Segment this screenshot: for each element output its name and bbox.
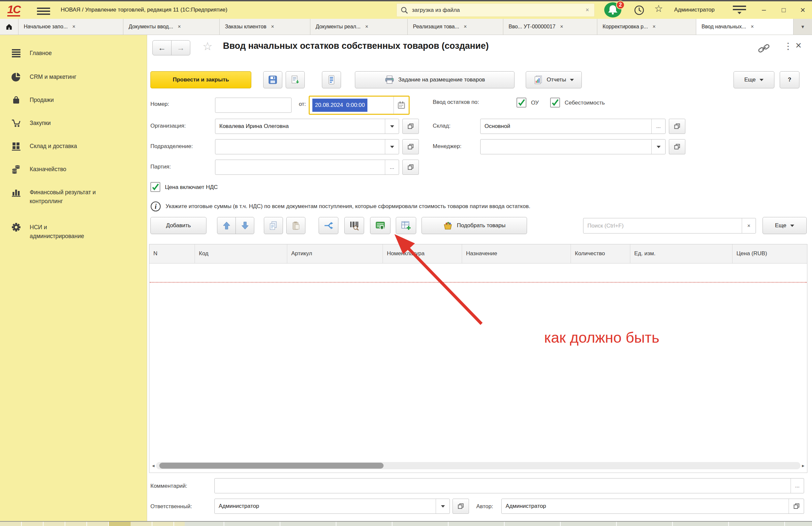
calendar-button[interactable] <box>393 97 409 114</box>
organization-open-button[interactable] <box>402 119 419 134</box>
column-header-n[interactable]: N <box>149 244 195 263</box>
minimize-button[interactable]: – <box>757 3 771 16</box>
checkbox-ou[interactable] <box>517 98 526 107</box>
sidebar-item-nsi[interactable]: НСИ и администрирование <box>11 222 141 241</box>
search-clear-button[interactable]: × <box>742 218 756 233</box>
batch-input[interactable]: ... <box>215 160 399 175</box>
column-header-kolichestvo[interactable]: Количество <box>571 244 630 263</box>
warehouse-open-button[interactable] <box>669 119 685 134</box>
tab-7-active[interactable]: Ввод начальных...× <box>696 19 794 35</box>
nav-forward-button[interactable]: → <box>171 40 190 55</box>
tab-close-icon[interactable]: × <box>365 24 368 30</box>
choose-button[interactable]: ... <box>651 119 665 134</box>
column-header-nomenklatura[interactable]: Номенклатура <box>383 244 462 263</box>
column-header-artikul[interactable]: Артикул <box>287 244 383 263</box>
help-button[interactable]: ? <box>780 71 799 88</box>
barcode-scan-button[interactable] <box>344 217 364 234</box>
comment-expand-button[interactable]: ... <box>791 479 804 493</box>
tab-close-icon[interactable]: × <box>271 24 274 30</box>
sidebar-item-finrezultat[interactable]: Финансовый результат и контроллинг <box>11 187 141 206</box>
form-more-button[interactable]: Еще <box>734 71 774 88</box>
pick-goods-button[interactable]: Подобрать товары <box>421 217 527 234</box>
copy-rows-button[interactable] <box>264 217 283 234</box>
comment-input[interactable]: ... <box>214 478 804 493</box>
current-user[interactable]: Администратор <box>674 6 715 13</box>
department-open-button[interactable] <box>402 139 419 154</box>
sidebar-item-sklad[interactable]: Склад и доставка <box>11 141 141 151</box>
tab-close-icon[interactable]: × <box>751 24 754 30</box>
save-button[interactable] <box>263 71 282 88</box>
tab-close-icon[interactable]: × <box>72 24 75 30</box>
checkbox-cost[interactable] <box>550 98 560 107</box>
manager-open-button[interactable] <box>669 139 685 154</box>
search-clear-icon[interactable]: × <box>583 6 591 14</box>
sidebar-item-zakupki[interactable]: Закупки <box>11 118 141 128</box>
add-table-button[interactable] <box>396 217 416 234</box>
form-close-icon[interactable]: × <box>796 40 801 52</box>
placement-task-button[interactable]: Задание на размещение товаров <box>355 71 514 88</box>
dropdown-button[interactable] <box>385 140 399 154</box>
tab-5[interactable]: Вво... УТ-00000017× <box>503 19 597 35</box>
tab-0[interactable]: Начальное запо...× <box>18 19 124 35</box>
scrollbar-thumb[interactable] <box>159 463 383 469</box>
move-row-up-button[interactable] <box>217 217 236 234</box>
document-structure-button[interactable] <box>322 71 341 88</box>
choose-button[interactable]: ... <box>385 160 399 174</box>
main-menu-icon[interactable] <box>37 6 50 16</box>
tab-list-dropdown-icon[interactable]: ▼ <box>794 19 812 35</box>
scrollbar-track[interactable] <box>156 462 801 469</box>
table-more-button[interactable]: Еще <box>763 217 807 234</box>
post-document-button[interactable] <box>286 71 305 88</box>
add-row-button[interactable]: Добавить <box>150 217 206 234</box>
scroll-left-icon[interactable]: ◂ <box>151 463 156 469</box>
batch-open-button[interactable] <box>402 160 419 175</box>
author-open-button[interactable] <box>788 499 804 513</box>
scroll-right-icon[interactable]: ▸ <box>800 463 806 469</box>
move-row-down-button[interactable] <box>235 217 254 234</box>
window-close-button[interactable]: × <box>796 3 810 16</box>
maximize-button[interactable]: □ <box>777 3 791 16</box>
sidebar-item-glavnoe[interactable]: Главное <box>11 48 141 58</box>
tab-3[interactable]: Документы реал...× <box>310 19 408 35</box>
tab-4[interactable]: Реализация това...× <box>408 19 503 35</box>
sidebar-item-prodazhi[interactable]: Продажи <box>11 95 141 105</box>
dropdown-button[interactable] <box>651 140 665 154</box>
reports-button[interactable]: Отчеты <box>526 71 582 88</box>
tab-close-icon[interactable]: × <box>560 24 563 30</box>
notifications-button[interactable]: 2 <box>604 2 623 18</box>
tab-close-icon[interactable]: × <box>178 24 181 30</box>
history-icon[interactable] <box>633 5 645 16</box>
responsible-combo[interactable]: Администратор <box>214 499 450 514</box>
get-link-icon[interactable] <box>758 44 770 54</box>
favorites-star-icon[interactable]: ☆ <box>654 4 663 14</box>
nav-back-button[interactable]: ← <box>153 40 172 55</box>
sidebar-item-kaznacheystvo[interactable]: Казначейство <box>11 164 141 174</box>
manager-combo[interactable] <box>480 139 666 154</box>
date-input[interactable]: 20.08.2024 0:00:00 <box>309 96 410 115</box>
tab-close-icon[interactable]: × <box>653 24 656 30</box>
author-field[interactable]: Администратор <box>501 499 804 514</box>
tab-6[interactable]: Корректировка р...× <box>597 19 696 35</box>
horizontal-scrollbar[interactable]: ◂ ▸ <box>151 462 806 470</box>
column-header-ed-izm[interactable]: Ед. изм. <box>630 244 733 263</box>
department-combo[interactable] <box>215 139 399 154</box>
service-menu-icon[interactable] <box>733 5 748 15</box>
tab-2[interactable]: Заказы клиентов× <box>220 19 310 35</box>
table-search-input[interactable]: Поиск (Ctrl+F) × <box>583 218 756 233</box>
more-dots-icon[interactable]: ⋮ <box>784 41 793 52</box>
distribute-button[interactable] <box>319 217 338 234</box>
paste-rows-button[interactable] <box>286 217 305 234</box>
sidebar-item-crm[interactable]: CRM и маркетинг <box>11 72 141 82</box>
number-input[interactable] <box>215 98 292 113</box>
load-from-file-button[interactable] <box>370 217 391 234</box>
favorite-star-icon[interactable]: ☆ <box>203 40 213 53</box>
dropdown-button[interactable] <box>385 119 399 134</box>
post-and-close-button[interactable]: Провести и закрыть <box>150 71 251 88</box>
responsible-open-button[interactable] <box>452 499 469 514</box>
dropdown-button[interactable] <box>436 499 450 513</box>
organization-combo[interactable]: Ковалева Ирина Олеговна <box>215 119 399 134</box>
tab-home[interactable] <box>0 19 18 35</box>
tab-close-icon[interactable]: × <box>464 24 467 30</box>
column-header-cena[interactable]: Цена (RUB) <box>733 244 807 263</box>
warehouse-input[interactable]: Основной... <box>480 119 666 134</box>
